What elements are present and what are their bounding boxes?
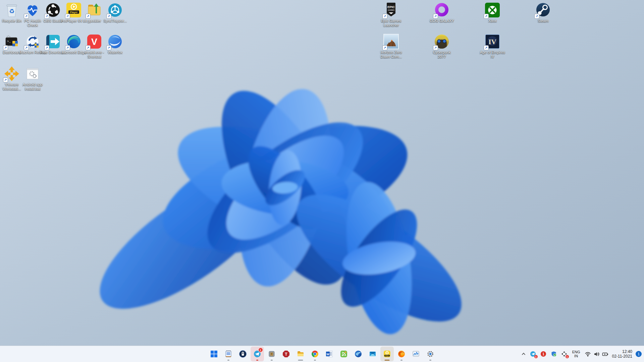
tray-clock[interactable]: 12:40 02-11-2021 <box>610 347 635 361</box>
desktop-icon-age-of-empires-iv[interactable]: IV ↗ Age of Empires IV <box>479 34 506 59</box>
tray-notifications[interactable]: 1 <box>538 347 548 361</box>
taskbar-settings[interactable] <box>424 347 437 361</box>
desktop-icon-xbox[interactable]: ↗ Xbox <box>479 2 506 23</box>
icon-label: Xbox <box>488 19 496 23</box>
start-button[interactable] <box>207 347 221 361</box>
security-shield-icon <box>551 351 557 357</box>
mail-envelope-icon <box>369 350 377 358</box>
shortcut-arrow-overlay: ↗ <box>24 45 29 50</box>
taskbar-thunderbird[interactable] <box>352 347 365 361</box>
icon-label: Dashboard <box>3 50 21 55</box>
shortcut-arrow-overlay: ↗ <box>382 14 387 19</box>
t-app-letter: T <box>285 352 287 357</box>
notification-count-badge[interactable]: 1 <box>636 351 642 357</box>
potplayer-band-text: Player <box>385 355 389 356</box>
telegram-badge: 1 <box>258 348 263 352</box>
taskbar-vault-app[interactable] <box>265 347 278 361</box>
desktop-icon-synctrayzor[interactable]: ↗ SyncTrayzor... <box>102 2 128 23</box>
free-download-manager-icon: ↗ <box>45 34 61 50</box>
icon-label: gpodder <box>88 19 101 23</box>
taskbar-word[interactable]: W <box>323 347 336 361</box>
taskbar-keepass[interactable] <box>236 347 250 361</box>
epic-text-top: EPIC <box>387 5 395 9</box>
shortcut-arrow-overlay: ↗ <box>86 45 91 50</box>
shortcut-arrow-overlay: ↗ <box>382 45 387 50</box>
icon-label: Epic Games Launcher <box>378 19 405 27</box>
taskbar-t-app[interactable]: T <box>279 347 293 361</box>
vault-safe-icon <box>268 350 276 358</box>
icon-label: OBS Studio <box>43 19 62 23</box>
vivaldi-letter: V <box>91 37 97 47</box>
icon-label: Recycle Bin <box>2 19 21 23</box>
epic-games-icon: EPICGAMES ↗ <box>383 2 399 18</box>
shortcut-arrow-overlay: ↗ <box>3 45 8 50</box>
recycle-bin-icon: ♻ <box>4 2 20 18</box>
firefox-icon <box>397 350 406 358</box>
taskbar-file-explorer[interactable] <box>294 347 307 361</box>
dashboard-terminal-icon: >_ ↗ <box>4 34 20 50</box>
desktop-surface[interactable]: ♻ Recycle Bin ↗ PC Health Check ↗ OBS St… <box>0 0 644 362</box>
running-indicator <box>256 360 258 361</box>
active-indicator <box>384 360 389 361</box>
batch-file-gears-icon <box>24 66 41 82</box>
gear-icon <box>426 350 434 358</box>
thunderbird-icon <box>354 350 362 358</box>
rss-reader-icon <box>340 350 348 358</box>
recycle-glyph: ♻ <box>9 8 14 15</box>
aoe-numeral: IV <box>488 38 496 46</box>
desktop-icon-gog-galaxy[interactable]: ↗ GOG GALAXY <box>428 2 455 23</box>
tray-chevron-up[interactable] <box>520 347 528 361</box>
shortcut-arrow-overlay: ↗ <box>44 45 49 50</box>
steam-icon: ↗ <box>535 2 551 18</box>
icon-label: Steam <box>538 19 548 23</box>
potplayer-icon: Player <box>383 350 391 358</box>
shortcut-arrow-overlay: ↗ <box>86 14 91 19</box>
taskbar-telegram[interactable]: 1 <box>251 347 264 361</box>
taskbar-mail[interactable] <box>366 347 379 361</box>
red-count-icon: 1 <box>540 351 546 357</box>
desktop-icon-cyberpunk-2077[interactable]: ↗ Cyberpunk 2077 <box>428 34 455 59</box>
tray-system-icons[interactable] <box>583 347 610 361</box>
icon-label: Cyberpunk 2077 <box>428 50 455 59</box>
taskbar-potplayer[interactable]: Player <box>380 347 394 361</box>
desktop-icon-steam[interactable]: ↗ Steam <box>530 2 556 23</box>
shortcut-arrow-overlay: ↗ <box>44 14 49 19</box>
notepad-icon <box>224 350 232 358</box>
svg-text:1: 1 <box>542 352 544 356</box>
desktop-icon-horizon-zero-dawn[interactable]: ↗ Horizon Zero Dawn Com... <box>378 34 405 59</box>
running-indicator <box>429 360 431 361</box>
taskbar-center-group: 1 T W Player <box>207 347 437 361</box>
telegram-tray-badge: 1 <box>534 355 538 358</box>
gog-galaxy-icon: ↗ <box>434 2 450 18</box>
wifi-icon <box>585 351 591 357</box>
taskbar-rss-reader[interactable] <box>337 347 351 361</box>
potplayer-icon: Player ↗ <box>66 2 82 18</box>
file-explorer-icon <box>297 350 305 358</box>
system-tray: 1 1 1 ENG IN 12:40 02-11-2021 1 <box>520 346 643 362</box>
battery-charging-icon <box>602 351 608 357</box>
shortcut-arrow-overlay: ↗ <box>106 45 111 50</box>
tray-telegram[interactable]: 1 <box>528 347 538 361</box>
clock-time: 12:40 <box>622 349 632 354</box>
desktop-icon-epic-games[interactable]: EPICGAMES ↗ Epic Games Launcher <box>378 2 405 27</box>
tray-windows-security[interactable] <box>549 347 559 361</box>
language-line2: IN <box>574 354 578 358</box>
taskbar-firefox[interactable] <box>395 347 408 361</box>
icon-label: Age of Empires IV <box>479 50 506 59</box>
xbox-icon: ↗ <box>484 2 500 18</box>
tray-sync-app[interactable]: 1 <box>559 347 569 361</box>
obs-studio-icon: ↗ <box>45 2 61 18</box>
desktop-icon-android-app-install[interactable]: Android app install.bat <box>19 66 46 91</box>
waterfox-icon: ↗ <box>107 34 123 50</box>
icon-label: Android app install.bat <box>19 82 46 91</box>
taskbar-task-manager[interactable] <box>409 347 423 361</box>
shortcut-arrow-overlay: ↗ <box>433 45 438 50</box>
language-line1: ENG <box>572 350 580 354</box>
desktop-icon-waterfox[interactable]: ↗ Waterfox <box>102 34 128 55</box>
tray-language-switcher[interactable]: ENG IN <box>570 347 583 361</box>
icon-label: SyncTrayzor... <box>103 19 127 23</box>
taskbar-chrome[interactable] <box>308 347 322 361</box>
shortcut-arrow-overlay: ↗ <box>433 14 438 19</box>
shortcut-arrow-overlay: ↗ <box>65 14 70 19</box>
taskbar-notes-app[interactable] <box>222 347 235 361</box>
